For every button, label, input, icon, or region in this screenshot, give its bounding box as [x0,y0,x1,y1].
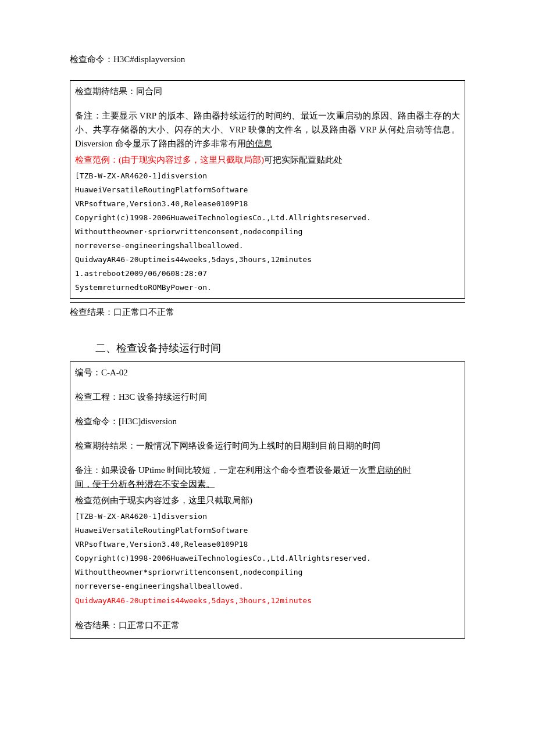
terminal-output-1: [TZB-W-ZX-AR4620-1]disversion HuaweiVers… [75,169,460,295]
note-text-underlined: 的信息 [246,139,272,148]
note-row-2: 备注：如果设备 UPtime 时间比较短，一定在利用这个命令查看设备最近一次重启… [75,463,460,491]
terminal-line: Withouttheowner·spriorwrittenconsent,nod… [75,225,460,239]
id-label: 编号： [75,368,101,377]
project-value: H3C 设备持续运行时间 [119,392,207,402]
id-value: C-A-02 [101,368,128,377]
example-suffix: 可把实际配置贴此处 [264,155,343,164]
result-label-2: 检杏结果： [75,621,119,630]
terminal-line: HuaweiVersatileRoutingPlatformSoftware [75,183,460,197]
project-label: 检查工程： [75,392,119,402]
note-label-2: 备注： [75,465,101,475]
terminal-line: VRPsoftware,Version3.40,Release0109P18 [75,538,460,551]
section1-box: 检查期待结果：同合同 备注：主要显示 VRP 的版本、路由器持续运行的时间约、最… [70,80,465,299]
terminal-line: HuaweiVersatileRoutingPlatformSoftware [75,524,460,538]
check-command-value: H3C#displayversion [113,55,185,64]
project-row: 检查工程：H3C 设备持续运行时间 [75,390,460,404]
check-command-line: 检查命令：H3C#displayversion [70,52,465,66]
section2-box: 编号：C-A-02 检查工程：H3C 设备持续运行时间 检查命令：[H3C]di… [70,361,465,638]
terminal-line: 1.astreboot2009/06/0608:28:07 [75,267,460,281]
expected-label: 检查期待结果： [75,87,136,96]
result-line-2: 检杏结果：口正常口不正常 [75,618,460,632]
example-label-row-2: 检查范例由于现实内容过多，这里只截取局部) [75,493,460,507]
command-value: [H3C]disversion [119,417,177,426]
note-underlined-2: 间，便于分析各种潜在不安全因素。 [75,479,215,489]
command-label: 检查命令： [75,417,119,426]
note-underlined-1: 启动的时 [376,465,411,475]
check-command-label: 检查命令： [70,55,113,64]
terminal-line: Copyright(c)1998-2006HuaweiTechnologiesC… [75,551,460,565]
result-options-2: 口正常口不正常 [119,621,180,630]
id-row: 编号：C-A-02 [75,366,460,379]
expected-label-2: 检查期待结果： [75,441,136,450]
note-text-2-part1: 如果设备 UPtime 时间比较短，一定在利用这个命令查看设备最近一次重 [101,465,376,475]
terminal-output-2: [TZB-W-ZX-ΑR4620-1]disversion HuaweiVers… [75,510,460,607]
result-line-1: 检查结果：口正常口不正常 [70,305,465,319]
result-label: 检查结果： [70,307,113,317]
terminal-line: Withouttheowner*spriorwrittenconsent,nod… [75,565,460,579]
note-row: 备注：主要显示 VRP 的版本、路由器持续运行的时间约、最近一次重启动的原因、路… [75,109,460,151]
terminal-line: norreverse-engineeringshallbeallowed. [75,239,460,253]
terminal-line: norreverse-engineeringshallbeallowed. [75,579,460,593]
expected-result-row: 检查期待结果：同合同 [75,84,460,98]
terminal-line: SystemreturnedtoROMByPower-on. [75,281,460,295]
example-label-row: 检查范例：(由于现实内容过多，这里只截取局部)可把实际配置贴此处 [75,153,460,167]
terminal-line: [TZB-W-ZX-AR4620-1]disversion [75,169,460,183]
terminal-line: VRPsoftware,Version3.40,Release0109P18 [75,197,460,211]
terminal-line: [TZB-W-ZX-ΑR4620-1]disversion [75,510,460,524]
section2-heading: 二、检查设备持续运行时间 [95,340,465,357]
example-label-2: 检查范例由于现实内容过多，这里只截取局部) [75,496,252,505]
terminal-line: Copyright(c)1998-2006HuaweiTechnologiesC… [75,211,460,225]
terminal-line-red: QuidwayΑR46-20uptimeis44weeks,5days,3hou… [75,594,460,608]
expected-value: 同合同 [136,87,162,96]
terminal-line: QuidwayAR46-20uptimeis44weeks,5days,3hou… [75,253,460,267]
result-options: 口正常口不正常 [113,307,174,317]
example-label-red: 检查范例：(由于现实内容过多，这里只截取局部) [75,155,264,164]
note-label: 备注： [75,111,102,120]
command-row: 检查命令：[H3C]disversion [75,414,460,428]
divider [70,302,465,303]
expected-value-2: 一般情况下网络设备运行时间为上线时的日期到目前日期的时间 [136,441,380,450]
expected-row-2: 检查期待结果：一般情况下网络设备运行时间为上线时的日期到目前日期的时间 [75,439,460,453]
